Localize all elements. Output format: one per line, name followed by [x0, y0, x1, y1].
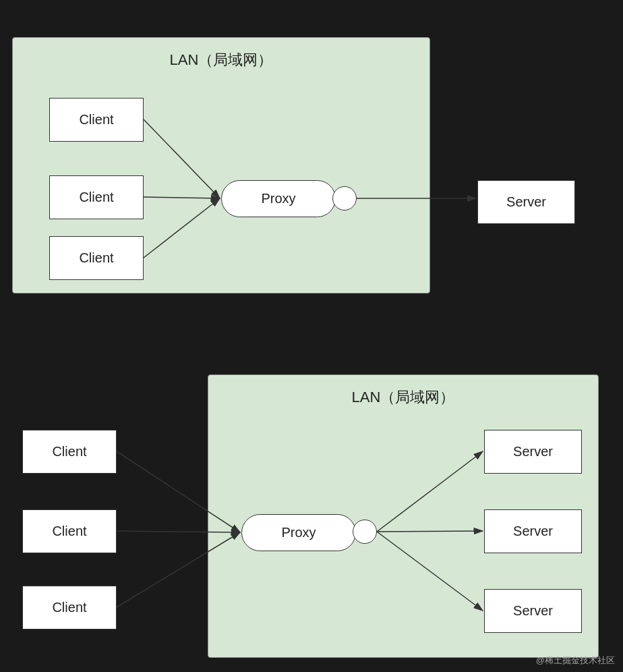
client-box-1-3: Client [49, 236, 144, 280]
server-box-1: Server [477, 180, 575, 224]
proxy-circle-1 [332, 186, 357, 211]
client-box-2-2: Client [22, 509, 117, 553]
proxy-circle-2 [353, 520, 377, 544]
server-box-2-2: Server [484, 509, 582, 553]
proxy-label-1: Proxy [261, 191, 295, 206]
server-label-1: Server [506, 194, 546, 210]
client-box-1-2: Client [49, 175, 144, 219]
client-label-2-3: Client [52, 600, 86, 615]
server-box-2-3: Server [484, 589, 582, 633]
proxy-pill-1: Proxy [221, 180, 336, 217]
diagram2: LAN（局域网） Client Client Client Proxy Serv… [12, 374, 612, 658]
server-label-2-1: Server [513, 444, 553, 459]
proxy-pill-2: Proxy [241, 514, 356, 551]
client-label-2-1: Client [52, 444, 86, 459]
server-label-2-3: Server [513, 603, 553, 619]
server-label-2-2: Server [513, 524, 553, 539]
client-label-1-2: Client [79, 190, 113, 205]
watermark: @稀土掘金技术社区 [536, 654, 615, 667]
client-box-1-1: Client [49, 98, 144, 142]
client-box-2-3: Client [22, 586, 117, 629]
proxy-label-2: Proxy [281, 525, 316, 540]
server-box-2-1: Server [484, 430, 582, 474]
lan-label-1: LAN（局域网） [170, 50, 273, 70]
diagram1: LAN（局域网） Client Client Client Proxy Serv… [12, 37, 612, 314]
client-box-2-1: Client [22, 430, 117, 474]
lan-label-2: LAN（局域网） [352, 387, 455, 408]
client-label-2-2: Client [52, 524, 86, 539]
client-label-1-3: Client [79, 250, 113, 266]
client-label-1-1: Client [79, 112, 113, 128]
